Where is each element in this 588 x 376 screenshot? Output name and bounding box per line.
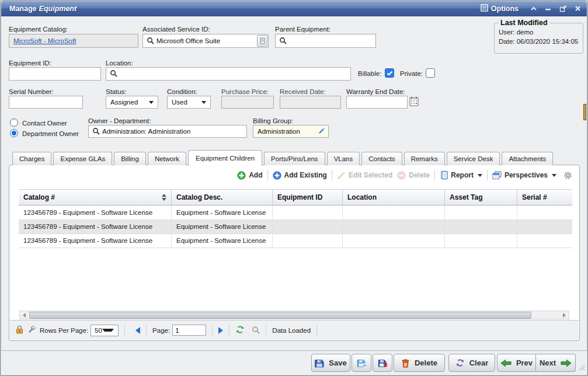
status-select[interactable]: Assigned — [106, 96, 158, 109]
owner-department-label: Owner - Department: — [88, 117, 151, 124]
search-icon — [92, 127, 100, 136]
collapse-icon[interactable] — [530, 6, 537, 12]
lock-icon[interactable] — [16, 325, 23, 335]
parent-equipment-label: Parent Equipment: — [275, 26, 330, 33]
tab-charges[interactable]: Charges — [12, 152, 51, 165]
save-and-close-button[interactable] — [373, 354, 392, 372]
column-header-serial[interactable]: Serial # — [517, 190, 572, 205]
department-owner-radio[interactable] — [10, 129, 18, 137]
tab-service-desk[interactable]: Service Desk — [447, 152, 500, 165]
delete-button[interactable]: Delete — [394, 354, 445, 372]
next-page-icon[interactable] — [218, 327, 223, 334]
scroll-right-icon[interactable] — [560, 311, 569, 319]
remove-icon — [397, 171, 406, 180]
action-bar: Save Delete Clear Prev Next — [1, 350, 587, 375]
titlebar[interactable]: ManageEquipment Options — [1, 1, 587, 16]
table-row[interactable]: 123456789 - Equipment - Software License… — [19, 234, 572, 248]
parent-equipment-field[interactable] — [275, 34, 376, 48]
save-button[interactable]: Save — [311, 354, 350, 372]
horizontal-scrollbar[interactable] — [19, 311, 569, 319]
tab-contacts[interactable]: Contacts — [361, 152, 402, 165]
report-icon — [440, 170, 448, 180]
equipment-children-panel: Add Add Existing Edit Selected Delete Re… — [9, 165, 580, 341]
save-plus-icon — [357, 358, 367, 368]
column-header-asset-tag[interactable]: Asset Tag — [445, 190, 517, 205]
tab-ports-pins-lens[interactable]: Ports/Pins/Lens — [264, 152, 325, 165]
equipment-id-input[interactable] — [9, 67, 101, 81]
quick-search-icon[interactable] — [252, 326, 260, 335]
billable-checkbox[interactable] — [385, 68, 394, 78]
table-row[interactable]: 123456789 - Equipment - Software License… — [19, 206, 572, 220]
grid-status-text: Data Loaded — [272, 327, 311, 334]
contact-owner-label: Contact Owner — [22, 120, 67, 127]
status-value: Assigned — [106, 99, 149, 106]
next-button[interactable]: Next — [536, 354, 576, 372]
grid-toolbar: Add Add Existing Edit Selected Delete Re… — [237, 170, 572, 180]
associated-service-id-field[interactable]: Microsoft Office Suite — [142, 34, 269, 48]
column-header-location[interactable]: Location — [343, 190, 445, 205]
manage-equipment-window: ManageEquipment Options Equipment Catalo… — [0, 0, 588, 376]
prev-page-icon[interactable] — [135, 327, 140, 334]
add-existing-button[interactable]: Add Existing — [273, 171, 327, 180]
chevron-down-icon — [552, 174, 556, 177]
grid-settings-button[interactable] — [563, 171, 572, 180]
page-label: Page: — [152, 327, 170, 334]
edit-selected-button[interactable]: Edit Selected — [337, 171, 392, 180]
warranty-end-date-input[interactable] — [346, 96, 408, 109]
owner-department-field[interactable]: Administration: Administration — [88, 125, 247, 138]
report-button[interactable]: Report — [440, 170, 482, 180]
delete-row-button[interactable]: Delete — [397, 171, 430, 180]
save-and-new-button[interactable] — [352, 354, 371, 372]
service-details-button[interactable] — [257, 35, 267, 47]
scroll-left-icon[interactable] — [20, 311, 29, 319]
sort-icon[interactable] — [162, 194, 166, 201]
prev-button[interactable]: Prev — [497, 354, 536, 372]
calendar-icon[interactable] — [409, 96, 419, 109]
table-row[interactable]: 123456789 - Equipment - Software License… — [19, 220, 572, 234]
scrollbar-thumb[interactable] — [29, 312, 531, 319]
location-field[interactable] — [106, 67, 351, 81]
equipment-id-label: Equipment ID: — [9, 60, 51, 67]
close-icon[interactable] — [575, 5, 581, 12]
minimize-icon[interactable] — [545, 6, 552, 12]
wrench-icon[interactable] — [27, 326, 35, 335]
tab-network[interactable]: Network — [148, 152, 186, 165]
clear-button[interactable]: Clear — [448, 354, 495, 372]
last-modified-panel: Last Modified User: demo Date: 06/03/202… — [494, 19, 583, 54]
search-icon — [110, 69, 117, 78]
tab-equipment-children[interactable]: Equipment Children — [188, 150, 262, 166]
serial-number-input[interactable] — [9, 96, 83, 109]
tab-remarks[interactable]: Remarks — [404, 152, 445, 165]
billing-group-label: Billing Group: — [253, 117, 293, 124]
save-close-icon — [378, 358, 388, 368]
perspectives-button[interactable]: Perspectives — [492, 171, 556, 180]
popout-icon[interactable] — [559, 5, 567, 12]
edit-pencil-icon[interactable] — [318, 127, 325, 135]
condition-value: Used — [168, 99, 201, 106]
cell-equipment-id — [273, 206, 343, 220]
condition-label: Condition: — [167, 88, 197, 95]
refresh-icon[interactable] — [235, 325, 245, 335]
private-checkbox[interactable] — [426, 68, 435, 78]
search-icon — [147, 37, 154, 46]
tab-vlans[interactable]: VLans — [327, 152, 360, 165]
rows-per-page-select[interactable]: 50 — [91, 325, 119, 336]
condition-select[interactable]: Used — [167, 96, 211, 109]
add-button[interactable]: Add — [237, 171, 262, 180]
contact-owner-radio[interactable] — [10, 119, 18, 127]
billing-group-field: Administration — [253, 125, 329, 138]
cell-location — [343, 220, 445, 234]
cell-location — [343, 234, 445, 248]
resize-grip[interactable] — [577, 363, 585, 373]
tab-billing[interactable]: Billing — [114, 152, 146, 165]
column-header-catalog-num[interactable]: Catalog # — [19, 190, 172, 205]
column-header-equipment-id[interactable]: Equipment ID — [273, 190, 343, 205]
tab-attachments[interactable]: Attachments — [502, 152, 553, 165]
equipment-catalog-link[interactable]: MicroSoft - MicroSoft — [9, 37, 76, 44]
tab-expense-glas[interactable]: Expense GLAs — [53, 152, 112, 165]
page-input[interactable] — [172, 325, 206, 336]
scroll-indicator — [583, 104, 586, 120]
options-button[interactable]: Options — [481, 4, 519, 13]
column-header-catalog-desc[interactable]: Catalog Desc. — [172, 190, 273, 205]
purchase-price-input — [221, 96, 274, 109]
